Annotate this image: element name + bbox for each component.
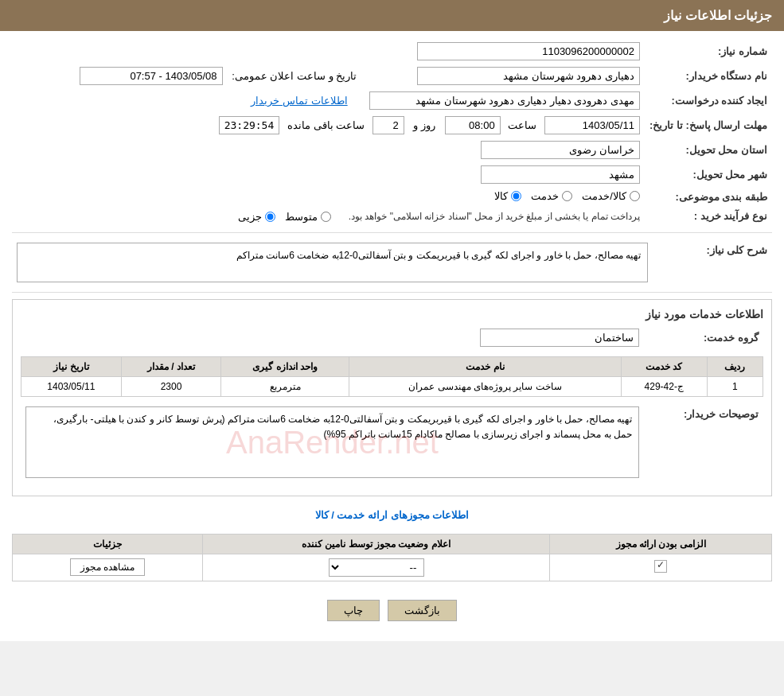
- creator-label: ایجاد کننده درخواست:: [645, 88, 772, 113]
- buyer-desc-value: تهیه مصالح، حمل با خاور و اجرای لکه گیری…: [25, 406, 639, 478]
- purchase-desc: پرداخت تمام یا بخشی از مبلغ خرید از محل …: [349, 211, 640, 222]
- buyer-desc-table: توصیحات خریدار: تهیه مصالح، حمل با خاور …: [21, 403, 763, 481]
- reply-date: 1403/05/11: [544, 116, 640, 134]
- permits-announce-select[interactable]: --: [329, 558, 424, 577]
- reply-time: 08:00: [445, 116, 501, 134]
- col-date: تاریخ نیاز: [21, 356, 122, 376]
- purchase-type-label: نوع فرآیند خرید :: [645, 207, 772, 226]
- col-code: کد خدمت: [621, 356, 707, 376]
- category-kala-khadamat: کالا/خدمت: [582, 190, 640, 202]
- city-value: مشهد: [481, 165, 640, 184]
- col-unit: واحد اندازه گیری: [221, 356, 349, 376]
- permits-row: -- مشاهده مجوز: [13, 554, 772, 581]
- permits-col-details: جزئیات: [13, 534, 203, 554]
- col-quantity: تعداد / مقدار: [121, 356, 221, 376]
- need-number-value: 1103096200000002: [361, 39, 645, 64]
- permits-col-announce: اعلام وضعیت مجوز توسط نامین کننده: [202, 534, 550, 554]
- col-name: نام خدمت: [349, 356, 621, 376]
- category-label: طبقه بندی موضوعی:: [645, 187, 772, 207]
- services-section: اطلاعات خدمات مورد نیاز گروه خدمت: ساختم…: [12, 299, 772, 496]
- page-wrapper: جزئیات اطلاعات نیاز شماره نیاز: 11030962…: [0, 0, 784, 641]
- permits-link[interactable]: اطلاعات مجوزهای ارائه خدمت / کالا: [12, 503, 772, 527]
- cell-quantity: 2300: [121, 376, 221, 396]
- back-button[interactable]: بازگشت: [388, 600, 457, 621]
- print-button[interactable]: چاپ: [327, 600, 380, 621]
- view-permit-button[interactable]: مشاهده مجوز: [70, 558, 145, 576]
- services-data-table: ردیف کد خدمت نام خدمت واحد اندازه گیری ت…: [21, 356, 763, 397]
- services-title: اطلاعات خدمات مورد نیاز: [21, 308, 763, 321]
- bottom-buttons: بازگشت چاپ: [12, 588, 772, 633]
- reply-deadline-label: مهلت ارسال پاسخ: تا تاریخ:: [645, 113, 772, 138]
- category-kala: کالا: [494, 190, 521, 202]
- page-title: جزئیات اطلاعات نیاز: [664, 9, 772, 22]
- general-desc-table: شرح کلی نیاز: تهیه مصالح، حمل با خاور و …: [12, 239, 772, 286]
- general-desc-label: شرح کلی نیاز:: [653, 239, 772, 286]
- page-header: جزئیات اطلاعات نیاز: [0, 0, 784, 31]
- reply-days-label: روز و: [413, 119, 435, 131]
- service-group-value: ساختمان: [480, 329, 639, 347]
- announce-value: 1403/05/08 - 07:57: [80, 67, 223, 85]
- need-number-label: شماره نیاز:: [645, 39, 772, 64]
- countdown-label: ساعت باقی مانده: [287, 119, 365, 131]
- cell-name: ساخت سایر پروژه‌های مهندسی عمران: [349, 376, 621, 396]
- general-desc-value: تهیه مصالح، حمل با خاور و اجرای لکه گیری…: [17, 243, 648, 282]
- category-radio-group: کالا/خدمت خدمت کالا: [494, 190, 640, 202]
- col-row: ردیف: [707, 356, 763, 376]
- cell-row: 1: [707, 376, 763, 396]
- cell-unit: مترمربع: [221, 376, 349, 396]
- province-label: استان محل تحویل:: [645, 138, 772, 162]
- reply-time-label: ساعت: [508, 119, 536, 131]
- buyer-label: نام دستگاه خریدار:: [645, 64, 772, 88]
- reply-days: 2: [372, 116, 404, 134]
- permits-required-cell: [550, 554, 772, 581]
- service-group-label: گروه خدمت:: [644, 325, 763, 350]
- main-content: شماره نیاز: 1103096200000002 نام دستگاه …: [0, 31, 784, 641]
- cell-code: ج-42-429: [621, 376, 707, 396]
- purchase-jozi: جزیی: [238, 211, 275, 223]
- main-info-table: شماره نیاز: 1103096200000002 نام دستگاه …: [12, 39, 772, 226]
- permits-announce-cell: --: [202, 554, 550, 581]
- service-group-table: گروه خدمت: ساختمان: [21, 325, 763, 350]
- purchase-type-radio-group: پرداخت تمام یا بخشی از مبلغ خرید از محل …: [238, 211, 640, 223]
- countdown: 23:29:54: [219, 116, 280, 134]
- buyer-desc-label: توصیحات خریدار:: [644, 403, 763, 481]
- category-khadamat: خدمت: [531, 190, 572, 202]
- province-value: خراسان رضوی: [481, 141, 640, 159]
- purchase-motavasset: متوسط: [285, 211, 331, 223]
- cell-date: 1403/05/11: [21, 376, 122, 396]
- need-number-field: 1103096200000002: [417, 42, 640, 60]
- buyer-value: دهیاری دهرود شهرستان مشهد: [361, 64, 645, 88]
- buyer-field: دهیاری دهرود شهرستان مشهد: [417, 67, 640, 85]
- permits-details-cell: مشاهده مجوز: [13, 554, 203, 581]
- contact-link[interactable]: اطلاعات تماس خریدار: [251, 95, 347, 107]
- city-label: شهر محل تحویل:: [645, 162, 772, 187]
- permits-col-required: الزامی بودن ارائه مجوز: [550, 534, 772, 554]
- announce-label: تاریخ و ساعت اعلان عمومی:: [232, 70, 357, 82]
- table-row: 1ج-42-429ساخت سایر پروژه‌های مهندسی عمرا…: [21, 376, 763, 396]
- permits-table: الزامی بودن ارائه مجوز اعلام وضعیت مجوز …: [12, 534, 772, 581]
- permits-required-checkbox[interactable]: [654, 560, 667, 573]
- creator-value: مهدی دهرودی دهیار دهیاری دهرود شهرستان م…: [369, 91, 640, 110]
